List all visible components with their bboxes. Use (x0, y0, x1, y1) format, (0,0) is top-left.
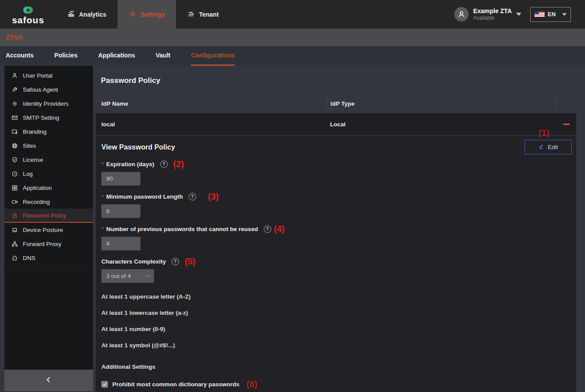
brand-text: safous (12, 16, 44, 24)
sidebar-item-dns[interactable]: DNS (4, 251, 93, 265)
dictionary-passwords-checkbox[interactable] (101, 381, 108, 388)
page-title: Password Policy (101, 76, 576, 85)
nav-tab-settings[interactable]: Settings (118, 0, 176, 29)
annotation-4: (4) (274, 225, 284, 233)
pencil-icon (538, 143, 544, 151)
sitemap-icon (11, 240, 18, 247)
nav-tab-analytics[interactable]: Analytics (56, 0, 118, 29)
tab-vault[interactable]: Vault (156, 46, 170, 66)
sidebar-item-label: Forward Proxy (23, 241, 61, 247)
sidebar-item-label: Sites (23, 143, 36, 149)
section-tabs: Accounts Policies Applications Vault Con… (0, 46, 585, 66)
sidebar-item-label: Branding (23, 128, 47, 135)
complexity-rule: At least 1 uppercase letter (A-Z) (101, 293, 572, 300)
min-length-label: Minimum password Length (106, 193, 183, 200)
us-flag-icon (535, 11, 545, 17)
complexity-rule: At least 1 symbol (@#$!...) (101, 342, 572, 349)
help-icon[interactable]: ? (189, 193, 196, 200)
complexity-select[interactable]: 3 out of 4 (101, 269, 154, 283)
help-icon[interactable]: ? (264, 225, 271, 233)
mail-icon (11, 114, 18, 121)
sidebar-item-password-policy[interactable]: Password Policy (4, 209, 93, 223)
sidebar-item-application[interactable]: Application (4, 181, 93, 195)
sidebar-item-label: Application (23, 185, 52, 191)
password-reuse-input[interactable]: 4 (101, 237, 140, 250)
settings-sidebar: User Portal Safous Agent Identity Provid… (4, 66, 93, 392)
password-reuse-label: Number of previous passwords that cannot… (106, 226, 258, 232)
user-icon (11, 72, 18, 79)
module-label: ZTNA (6, 34, 23, 41)
sidebar-item-label: Identity Providers (23, 100, 68, 107)
edit-button-label: Edit (548, 144, 558, 150)
analytics-icon (68, 10, 75, 19)
safous-logo[interactable]: safous (0, 0, 56, 29)
top-header: safous Analytics Settings (0, 0, 585, 29)
complexity-rule: At least 1 number (0-9) (101, 326, 572, 332)
sidebar-item-identity-providers[interactable]: Identity Providers (4, 96, 93, 110)
sidebar-collapse-button[interactable] (4, 370, 93, 392)
sidebar-item-label: Password Policy (23, 212, 66, 219)
sidebar-item-license[interactable]: License (4, 153, 93, 167)
rocket-icon (11, 86, 18, 93)
sidebar-item-branding[interactable]: Branding (4, 125, 93, 139)
tab-accounts[interactable]: Accounts (6, 46, 34, 66)
gear-icon (11, 100, 18, 107)
help-icon[interactable]: ? (160, 160, 168, 168)
required-marker: * (101, 193, 104, 200)
sidebar-item-safous-agent[interactable]: Safous Agent (4, 82, 93, 96)
lock-icon (11, 212, 18, 219)
sidebar-item-label: DNS (23, 255, 36, 261)
shield-check-icon (11, 156, 18, 163)
sidebar-item-device-posture[interactable]: Device Posture (4, 223, 93, 237)
video-icon (11, 198, 18, 205)
sidebar-item-label: Device Posture (23, 227, 63, 233)
expiration-input[interactable]: 90 (101, 172, 140, 185)
tab-configurations[interactable]: Configurations (191, 46, 235, 66)
nav-tab-label: Tenant (199, 11, 219, 18)
complexity-label: Characters Complexity (101, 258, 166, 265)
panel-title: View Password Policy (101, 143, 175, 151)
sidebar-item-label: User Portal (23, 72, 53, 79)
account-menu[interactable]: Example ZTA Available (454, 7, 521, 21)
gear-icon (129, 10, 136, 19)
sidebar-item-recording[interactable]: Recording (4, 195, 93, 209)
main-content: Password Policy IdP Name IdP Type local … (93, 66, 585, 392)
complexity-select-value: 3 out of 4 (106, 273, 131, 279)
sidebar-item-forward-proxy[interactable]: Forward Proxy (4, 237, 93, 251)
nav-tab-label: Analytics (79, 11, 106, 18)
column-header-idp-name: IdP Name (96, 100, 327, 107)
annotation-6: (6) (247, 380, 257, 388)
language-code: EN (548, 11, 556, 18)
sidebar-item-label: Log (23, 171, 33, 177)
sidebar-item-label: Recording (23, 199, 50, 205)
idp-name-cell: local (96, 121, 327, 128)
sidebar-item-label: SMTP Setting (23, 114, 59, 121)
nav-tab-label: Settings (140, 11, 165, 18)
chevron-down-icon (562, 13, 567, 16)
tab-policies[interactable]: Policies (54, 46, 78, 66)
column-divider (556, 98, 556, 109)
dictionary-passwords-label: Prohibit most common dictionary password… (112, 381, 240, 388)
sidebar-item-label: Safous Agent (23, 86, 58, 93)
edit-button[interactable]: Edit (524, 140, 572, 154)
avatar (454, 7, 469, 21)
password-policy-panel: View Password Policy (1) Edit * Expirati… (96, 135, 576, 392)
tenant-name: Example ZTA (473, 7, 512, 15)
expiration-label: Expiration (days) (106, 161, 154, 167)
sidebar-item-user-portal[interactable]: User Portal (4, 68, 93, 82)
sidebar-item-sites[interactable]: Sites (4, 139, 93, 153)
laptop-icon (11, 226, 18, 233)
sidebar-item-log[interactable]: Log (4, 167, 93, 181)
sidebar-item-smtp-setting[interactable]: SMTP Setting (4, 110, 93, 125)
idp-table-header: IdP Name IdP Type (96, 94, 576, 113)
tab-applications[interactable]: Applications (98, 46, 135, 66)
chevron-left-icon (45, 376, 53, 385)
language-select[interactable]: EN (530, 7, 571, 22)
additional-settings-label: Additional Settings (101, 363, 572, 370)
min-length-input[interactable]: 8 (101, 204, 140, 218)
image-edit-icon (11, 128, 18, 135)
nav-tab-tenant[interactable]: Tenant (176, 0, 230, 29)
column-header-idp-type: IdP Type (327, 100, 556, 107)
collapse-row-icon[interactable] (563, 124, 570, 125)
help-icon[interactable]: ? (172, 258, 179, 265)
